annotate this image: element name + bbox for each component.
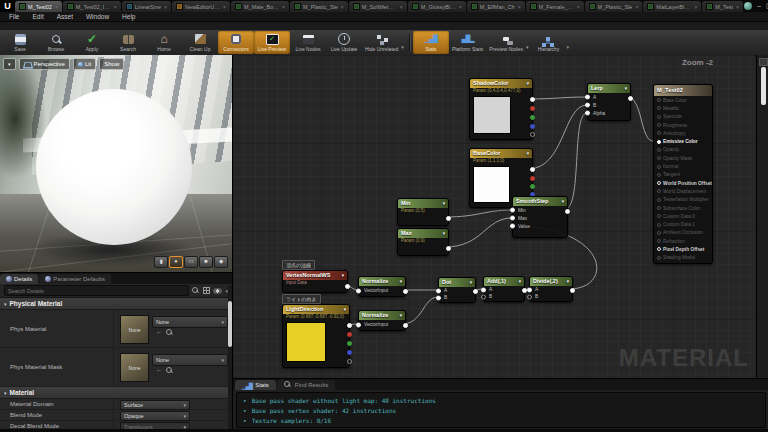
material-pin-opacity[interactable]: Opacity	[654, 146, 712, 154]
close-tab-icon[interactable]: ×	[164, 4, 167, 10]
node-smoothstep[interactable]: SmoothStep▾ Min Max Value	[512, 196, 568, 238]
minimize-button[interactable]: –	[757, 1, 761, 11]
hierarchy-button[interactable]: Hierarchy	[530, 31, 566, 54]
input-pin-b[interactable]	[527, 294, 532, 299]
node-lerp[interactable]: Lerp▾ A B Alpha	[587, 83, 631, 121]
output-pin-rgba[interactable]	[530, 97, 535, 102]
cylinder-shape-button[interactable]: ▮	[154, 256, 168, 268]
menu-help[interactable]: Help	[122, 13, 135, 20]
output-pin[interactable]	[403, 323, 408, 328]
close-tab-icon[interactable]: ×	[114, 4, 117, 10]
node-vertexnormalws[interactable]: VertexNormalWS▾ Input Data	[282, 270, 348, 293]
tab-find-results[interactable]: Find Results	[277, 380, 335, 390]
section-material[interactable]: ▾ Material	[0, 387, 232, 399]
material-pin-roughness[interactable]: Roughness	[654, 121, 712, 129]
color-swatch[interactable]	[473, 96, 511, 134]
material-pin-subsurface-color[interactable]: Subsurface Color	[654, 204, 712, 212]
output-pin-r[interactable]	[530, 106, 535, 111]
phys-material-mask-dropdown[interactable]: None▾	[152, 354, 228, 366]
use-selected-icon[interactable]: ←	[156, 329, 162, 337]
collapsed-palette-strip[interactable]	[756, 55, 768, 378]
output-pin[interactable]	[345, 284, 350, 289]
node-dot[interactable]: Dot▾ A B	[438, 277, 476, 303]
doc-tab-m-test[interactable]: M_Test×	[702, 1, 743, 12]
palette-scrollbar-thumb[interactable]	[761, 67, 766, 105]
browse-to-asset-icon[interactable]	[166, 329, 174, 337]
tab-parameter-defaults[interactable]: Parameter Defaults	[39, 274, 111, 284]
close-tab-icon[interactable]: ×	[635, 4, 638, 10]
cube-shape-button[interactable]: ■	[199, 256, 213, 268]
node-normalize-2[interactable]: Normalize▾ VectorInput	[358, 310, 406, 331]
apply-button[interactable]: ✓Apply	[74, 31, 110, 54]
material-pin-specular[interactable]: Specular	[654, 113, 712, 121]
output-pin-r[interactable]	[530, 176, 535, 181]
material-domain-dropdown[interactable]: Surface▾	[120, 400, 190, 410]
material-pin-base-color[interactable]: Base Color	[654, 96, 712, 104]
close-tab-icon[interactable]: ×	[736, 4, 739, 10]
feedback-icon[interactable]	[744, 2, 752, 10]
phys-material-dropdown[interactable]: None▾	[152, 316, 228, 328]
material-pin-opacity-mask[interactable]: Opacity Mask	[654, 154, 712, 162]
output-pin[interactable]	[565, 209, 570, 214]
hierarchy-caret[interactable]: ▾	[566, 44, 569, 50]
node-min-param[interactable]: Min▾ Param (0.5)	[397, 198, 449, 226]
stats-output[interactable]: •Base pass shader without light map: 48 …	[236, 392, 766, 428]
node-add[interactable]: Add(,1)▾ A B	[483, 276, 525, 302]
phys-material-mask-thumbnail[interactable]: None	[120, 353, 149, 382]
sphere-shape-button[interactable]: ●	[169, 256, 183, 268]
doc-tab-m-test02[interactable]: M_Test02×	[15, 1, 62, 12]
show-button[interactable]: Show	[99, 58, 124, 70]
output-pin-b[interactable]	[530, 124, 535, 129]
output-pin-g[interactable]	[530, 115, 535, 120]
material-graph-canvas[interactable]: Zoom -2 MATERIAL ShadowColor▾ Param (0.4…	[232, 55, 768, 378]
search-details-input[interactable]	[4, 285, 189, 296]
menu-file[interactable]: File	[9, 13, 19, 20]
doc-tab-m-softmetal[interactable]: M_SoftMetal_+×	[349, 1, 407, 12]
property-matrix-icon[interactable]	[203, 287, 210, 294]
node-normalize-1[interactable]: Normalize▾ VectorInput	[358, 276, 406, 297]
input-pin-value[interactable]	[510, 224, 515, 229]
hide-unrelated-options-caret[interactable]: ▾	[401, 44, 404, 50]
output-pin[interactable]	[446, 216, 451, 221]
color-swatch[interactable]	[473, 166, 510, 203]
output-pin-rgba[interactable]	[347, 323, 352, 328]
output-pin-a[interactable]	[347, 359, 352, 364]
display-filter-eye-icon[interactable]	[213, 288, 222, 294]
node-material-output[interactable]: M_Test02 Base Color Metallic Specular Ro…	[653, 84, 713, 264]
input-pin-vectorinput[interactable]	[356, 288, 361, 293]
close-tab-icon[interactable]: ×	[459, 4, 462, 10]
input-pin-b[interactable]	[585, 103, 590, 108]
preview-nodes-button[interactable]: Preview Nodes	[486, 31, 526, 54]
search-button[interactable]: Search	[110, 31, 146, 54]
tab-details[interactable]: Details	[0, 274, 38, 284]
doc-tab-neweditorutility[interactable]: NewEditorUtility×	[172, 1, 230, 12]
input-pin-a[interactable]	[436, 288, 441, 293]
stats-toggle[interactable]: ▁▄█Stats	[413, 31, 449, 54]
material-pin-custom-data-0[interactable]: Custom Data 0	[654, 212, 712, 220]
input-pin-alpha[interactable]	[585, 111, 590, 116]
material-pin-emissive-color[interactable]: Emissive Color	[654, 137, 712, 145]
output-pin-g[interactable]	[530, 184, 535, 189]
material-pin-anisotropy[interactable]: Anisotropy	[654, 129, 712, 137]
lit-mode-button[interactable]: Lit	[73, 58, 96, 70]
material-pin-normal[interactable]: Normal	[654, 162, 712, 170]
material-pin-pixel-depth-offset[interactable]: Pixel Depth Offset	[654, 245, 712, 253]
node-divide[interactable]: Divide(,2)▾ A B	[529, 276, 573, 302]
save-button[interactable]: Save	[2, 31, 38, 54]
node-lightdirection[interactable]: LightDirection▾ Param (0.687,-0.687,-0.9…	[282, 304, 350, 368]
menu-asset[interactable]: Asset	[57, 13, 73, 20]
close-tab-icon[interactable]: ×	[400, 4, 403, 10]
material-pin-refraction[interactable]: Refraction	[654, 237, 712, 245]
output-pin-g[interactable]	[347, 341, 352, 346]
hide-unrelated-toggle[interactable]: Hide Unrelated	[362, 31, 401, 54]
tab-stats[interactable]: ▁▄█Stats	[235, 380, 276, 390]
doc-tab-linearsine[interactable]: LinearSine×	[122, 1, 171, 12]
doc-tab-m-female[interactable]: M_Female_Bo+×	[526, 1, 584, 12]
doc-tab-m-plastic-2[interactable]: M_Plastic_Sle×	[585, 1, 643, 12]
material-pin-custom-data-1[interactable]: Custom Data 1	[654, 220, 712, 228]
output-pin[interactable]	[473, 289, 478, 294]
close-tab-icon[interactable]: ×	[518, 4, 521, 10]
input-pin-a[interactable]	[527, 287, 532, 292]
home-button[interactable]: ⌂Home	[146, 31, 182, 54]
phys-material-thumbnail[interactable]: None	[120, 315, 149, 344]
